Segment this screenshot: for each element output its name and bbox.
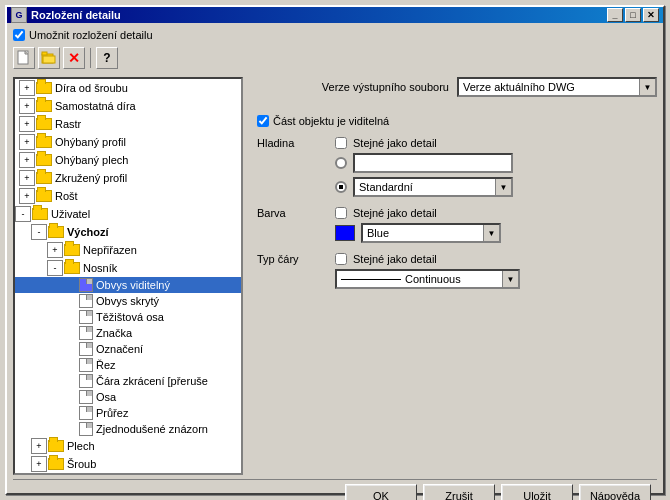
expand-sroub[interactable]: + bbox=[31, 456, 47, 472]
tree-label-oznaceni: Označení bbox=[96, 343, 143, 355]
prop-visible-row: Část objektu je viditelná bbox=[257, 115, 649, 127]
tree-item-plech[interactable]: + Plech bbox=[15, 437, 241, 455]
typ-cary-label: Typ čáry bbox=[257, 253, 327, 265]
delete-button[interactable]: ✕ bbox=[63, 47, 85, 69]
hladina-same-label: Stejné jako detail bbox=[353, 137, 437, 149]
close-button[interactable]: ✕ bbox=[643, 8, 659, 22]
expand-uzivatel[interactable]: - bbox=[15, 206, 31, 222]
tree-item-cara[interactable]: Čára zkrácení [přeruše bbox=[15, 373, 241, 389]
tree-label-rost: Rošt bbox=[55, 190, 78, 202]
tree-item-ohybany-profil[interactable]: + Ohýbaný profil bbox=[15, 133, 241, 151]
expand-ohybany-plech[interactable]: + bbox=[19, 152, 35, 168]
hladina-dropdown-arrow: ▼ bbox=[495, 179, 511, 195]
ok-button[interactable]: OK bbox=[345, 484, 417, 500]
expand-samostatna[interactable]: + bbox=[19, 98, 35, 114]
version-row: Verze výstupního souboru Verze aktuálníh… bbox=[249, 77, 657, 97]
barva-dropdown-value: Blue bbox=[363, 227, 483, 239]
prop-typ-cary-row: Typ čáry Stejné jako detail Cont bbox=[257, 253, 649, 289]
tree-item-dira[interactable]: + Díra od šroubu bbox=[15, 79, 241, 97]
tree-label-uzivatel: Uživatel bbox=[51, 208, 90, 220]
typ-cary-line: Continuous bbox=[337, 273, 502, 285]
help-button[interactable]: ? bbox=[96, 47, 118, 69]
tree-label-nosnik: Nosník bbox=[83, 262, 117, 274]
open-button[interactable] bbox=[38, 47, 60, 69]
hladina-same-as-detail-row: Stejné jako detail bbox=[335, 137, 649, 149]
tree-item-samostatna[interactable]: + Samostatná díra bbox=[15, 97, 241, 115]
svg-rect-2 bbox=[42, 52, 47, 55]
help-button-bottom[interactable]: Nápověda bbox=[579, 484, 651, 500]
tree-item-tezistova[interactable]: Těžištová osa bbox=[15, 309, 241, 325]
folder-icon-rastr bbox=[36, 118, 52, 130]
barva-dropdown-arrow: ▼ bbox=[483, 225, 499, 241]
typ-cary-dropdown[interactable]: Continuous ▼ bbox=[335, 269, 520, 289]
hladina-dropdown[interactable]: Standardní ▼ bbox=[353, 177, 513, 197]
cancel-button[interactable]: Zrušit bbox=[423, 484, 495, 500]
folder-icon-rost bbox=[36, 190, 52, 202]
tree-item-obvys-viditelny[interactable]: Obvys viditelný bbox=[15, 277, 241, 293]
tree-item-znacka[interactable]: Značka bbox=[15, 325, 241, 341]
folder-icon-samostatna bbox=[36, 100, 52, 112]
tree-item-zkruzeny[interactable]: + Zkružený profil bbox=[15, 169, 241, 187]
main-area: + Díra od šroubu + Samostatná díra + Ras… bbox=[13, 77, 657, 475]
hladina-text-input[interactable] bbox=[353, 153, 513, 173]
maximize-button[interactable]: □ bbox=[625, 8, 641, 22]
doc-icon-skryty bbox=[79, 294, 93, 308]
typ-cary-same-checkbox[interactable] bbox=[335, 253, 347, 265]
tree-item-neprirazeno[interactable]: + Nepřiřazen bbox=[15, 241, 241, 259]
expand-nosnik[interactable]: - bbox=[47, 260, 63, 276]
title-bar-left: G Rozložení detailu bbox=[11, 7, 121, 23]
tree-item-oznaceni[interactable]: Označení bbox=[15, 341, 241, 357]
tree-label-prurez: Průřez bbox=[96, 407, 128, 419]
tree-label-ohybany-plech: Ohýbaný plech bbox=[55, 154, 128, 166]
expand-dira[interactable]: + bbox=[19, 80, 35, 96]
barva-dropdown[interactable]: Blue ▼ bbox=[361, 223, 501, 243]
tree-item-nosnik[interactable]: - Nosník bbox=[15, 259, 241, 277]
expand-ohybany-profil[interactable]: + bbox=[19, 134, 35, 150]
tree-item-ohybany-plech[interactable]: + Ohýbaný plech bbox=[15, 151, 241, 169]
tree-item-prurez[interactable]: Průřez bbox=[15, 405, 241, 421]
enable-checkbox[interactable] bbox=[13, 29, 25, 41]
tree-item-zjednodusene[interactable]: Zjednodušené znázorn bbox=[15, 421, 241, 437]
tree-item-rastr[interactable]: + Rastr bbox=[15, 115, 241, 133]
doc-icon-oznaceni bbox=[79, 342, 93, 356]
expand-vychozi[interactable]: - bbox=[31, 224, 47, 240]
tree-label-rez: Řez bbox=[96, 359, 116, 371]
tree-label-tezistova: Těžištová osa bbox=[96, 311, 164, 323]
expand-neprirazeno[interactable]: + bbox=[47, 242, 63, 258]
bottom-buttons: OK Zrušit Uložit Nápověda bbox=[13, 479, 657, 500]
expand-rost[interactable]: + bbox=[19, 188, 35, 204]
tree-item-obvys-skryty[interactable]: Obvys skrytý bbox=[15, 293, 241, 309]
tree-label-vychozi: Výchozí bbox=[67, 226, 109, 238]
barva-same-checkbox[interactable] bbox=[335, 207, 347, 219]
doc-icon-znacka bbox=[79, 326, 93, 340]
tree-label-sroub: Šroub bbox=[67, 458, 96, 470]
visible-checkbox[interactable] bbox=[257, 115, 269, 127]
typ-cary-same-label: Stejné jako detail bbox=[353, 253, 437, 265]
expand-rastr[interactable]: + bbox=[19, 116, 35, 132]
minimize-button[interactable]: _ bbox=[607, 8, 623, 22]
tree-label-osa: Osa bbox=[96, 391, 116, 403]
new-button[interactable] bbox=[13, 47, 35, 69]
properties-section: Část objektu je viditelná Hladina Stejné… bbox=[249, 107, 657, 475]
hladina-radio1[interactable] bbox=[335, 157, 347, 169]
doc-icon-tezistova bbox=[79, 310, 93, 324]
tree-item-uzivatel[interactable]: - Uživatel bbox=[15, 205, 241, 223]
folder-icon-ohybany-profil bbox=[36, 136, 52, 148]
hladina-same-checkbox[interactable] bbox=[335, 137, 347, 149]
folder-icon-dira bbox=[36, 82, 52, 94]
expand-zkruzeny[interactable]: + bbox=[19, 170, 35, 186]
tree-item-rost[interactable]: + Rošt bbox=[15, 187, 241, 205]
typ-cary-dropdown-value: Continuous bbox=[405, 273, 461, 285]
tree-item-vychozi[interactable]: - Výchozí bbox=[15, 223, 241, 241]
hladina-radio2[interactable] bbox=[335, 181, 347, 193]
folder-icon-ohybany-plech bbox=[36, 154, 52, 166]
expand-plech[interactable]: + bbox=[31, 438, 47, 454]
tree-item-osa[interactable]: Osa bbox=[15, 389, 241, 405]
tree-item-rez[interactable]: Řez bbox=[15, 357, 241, 373]
doc-icon-osa bbox=[79, 390, 93, 404]
tree-item-sroub[interactable]: + Šroub bbox=[15, 455, 241, 473]
save-button[interactable]: Uložit bbox=[501, 484, 573, 500]
hladina-dropdown-value: Standardní bbox=[355, 181, 495, 193]
version-dropdown[interactable]: Verze aktuálního DWG ▼ bbox=[457, 77, 657, 97]
doc-icon-rez bbox=[79, 358, 93, 372]
